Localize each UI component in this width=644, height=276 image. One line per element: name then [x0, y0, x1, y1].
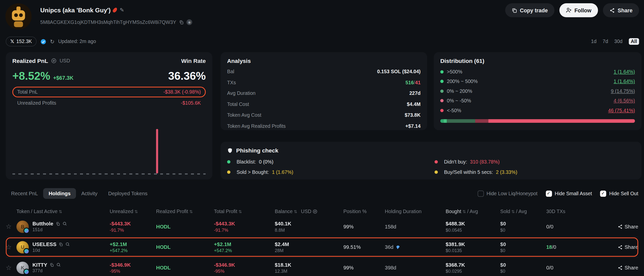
col-balance[interactable]: Balance⇅USD [275, 209, 343, 214]
twitter-followers-pill[interactable]: 𝕏 152.3K [6, 36, 36, 46]
share-row-button[interactable]: Share [618, 265, 638, 270]
holding-duration-cell: 36d [385, 244, 446, 250]
tab-deployed-tokens[interactable]: Deployed Tokens [103, 188, 153, 199]
bal-value: 0.153 SOL ($24.04) [377, 69, 421, 74]
sort-icon: ⇅ [189, 209, 193, 214]
checkbox-checked[interactable] [600, 190, 606, 196]
realized-pnl-percent: +8.52% [12, 70, 50, 83]
win-rate-value: 36.36% [168, 70, 206, 83]
distribution-title: Distribution (61) [440, 58, 635, 64]
tab-activity[interactable]: Activity [76, 188, 103, 199]
copy-token-icon[interactable] [50, 263, 54, 267]
filter-hide-sell-out[interactable]: Hide Sell Out [600, 190, 638, 196]
bal-label: Bal [227, 69, 234, 74]
follow-button[interactable]: Follow [559, 3, 598, 17]
realized-pnl-card: Realized PnL USD Win Rate +8.52% +$67.3K… [6, 52, 212, 179]
phishing-check-title: Phishing check [236, 147, 278, 153]
bucket-count-link[interactable]: 1 (1.64%) [614, 78, 635, 84]
edit-name-icon[interactable]: ✎ [120, 7, 124, 13]
filter-hide-small-asset[interactable]: Hide Small Asset [546, 190, 592, 196]
search-token-icon[interactable] [56, 262, 61, 267]
favorite-star-icon[interactable]: ☆ [6, 243, 16, 251]
didnt-buy-label: Didn't buy: [444, 159, 467, 165]
analysis-title: Analysis [227, 58, 421, 64]
checkbox-unchecked[interactable] [477, 190, 484, 196]
col-position[interactable]: Position % [343, 209, 385, 214]
bought-cell: $488.3K$0.0545 [446, 221, 500, 232]
share-profile-button[interactable]: Share [603, 3, 639, 17]
sort-icon: ⇅ [294, 209, 297, 214]
refresh-icon[interactable]: ↻ [50, 38, 55, 45]
realized-pnl-title: Realized PnL [12, 58, 48, 64]
col-holding-duration[interactable]: Holding Duration [385, 209, 446, 214]
bucket-dot [440, 99, 444, 102]
filter-hide-low-liq[interactable]: Hide Low Liq/Honeypot [477, 190, 537, 196]
bucket-count-link[interactable]: 1 (1.64%) [614, 69, 635, 75]
txs-30d-cell: 0/0 [546, 224, 597, 229]
total-profit-cell: -$443.3K-91.7% [214, 221, 275, 232]
status-dot [227, 160, 230, 164]
col-unrealized[interactable]: Unrealized⇅ [110, 209, 156, 214]
checkbox-checked[interactable] [546, 190, 552, 196]
distribution-bar [440, 119, 635, 123]
token-cell[interactable]: K KITTY 377d [16, 261, 110, 274]
share-row-button[interactable]: Share [618, 224, 638, 229]
txs-label: TXs [227, 80, 236, 85]
range-all[interactable]: All [629, 38, 639, 45]
col-token-last-active[interactable]: Token / Last Active⇅ [16, 209, 110, 214]
favorite-star-icon[interactable]: ☆ [6, 264, 16, 271]
realized-pnl-usd: +$67.3K [53, 75, 73, 81]
col-bought[interactable]: Bought⇅/ Avg [446, 209, 500, 214]
page-title: Unipcs (aka 'Bonk Guy') [40, 7, 111, 14]
range-30d[interactable]: 30d [614, 38, 623, 44]
subheader: 𝕏 152.3K ↻ Updated: 2m ago 1d 7d 30d All [6, 36, 639, 47]
wallet-address: 5M8ACGKEXG1ojKDTMH3sMqhTihTgHYMSsZc6W8i7… [40, 19, 176, 25]
sort-icon: ⇅ [59, 209, 62, 214]
blacklist-value: 0 (0%) [259, 159, 273, 165]
position-cell: 99% [343, 224, 385, 229]
copy-trade-icon [512, 8, 517, 13]
col-total-profit[interactable]: Total Profit⇅ [214, 209, 275, 214]
total-profit-cell: +$2.1M+547.2% [214, 241, 275, 253]
share-icon [618, 224, 623, 229]
bucket-label: 0% ~ 200% [447, 88, 472, 94]
total-cost-label: Total Cost [227, 101, 249, 107]
bucket-count-link[interactable]: 4 (6.56%) [614, 98, 635, 104]
bucket-count-link[interactable]: 46 (75.41%) [608, 107, 635, 113]
robot-avatar-image [5, 3, 31, 29]
copy-token-icon[interactable] [59, 242, 63, 246]
txs-buy-count: 516 [406, 80, 414, 85]
token-cell[interactable]: U USELESS 10d [16, 241, 110, 253]
search-token-icon[interactable] [62, 221, 67, 226]
currency-switch-icon[interactable] [51, 58, 57, 64]
copy-address-icon[interactable] [179, 20, 184, 24]
search-token-icon[interactable] [65, 242, 70, 247]
explorer-icon[interactable]: ◉ [186, 19, 192, 25]
tab-holdings[interactable]: Holdings [43, 188, 76, 199]
col-30d-txs[interactable]: 30D TXs [546, 209, 597, 214]
col-realized-profit[interactable]: Realized Profit⇅ [156, 209, 214, 214]
range-1d[interactable]: 1d [591, 38, 596, 44]
balance-cell: $18.1K12.3M [275, 262, 343, 273]
pepper-icon [112, 7, 118, 13]
share-row-button[interactable]: Share [618, 244, 638, 250]
favorite-star-icon[interactable]: ☆ [6, 223, 16, 230]
realized-profit-cell: HODL [156, 244, 214, 250]
token-cell[interactable]: B Butthole 151d [16, 220, 110, 233]
copy-token-icon[interactable] [56, 222, 60, 226]
bucket-dot [440, 90, 444, 93]
col-sold[interactable]: Sold⇅/ Avg [500, 209, 546, 214]
table-header-row: Token / Last Active⇅ Unrealized⇅ Realize… [6, 207, 638, 216]
follow-label: Follow [575, 7, 591, 13]
bucket-count-link[interactable]: 9 (14.75%) [611, 88, 635, 94]
holdings-toolbar: Recent PnL Holdings Activity Deployed To… [6, 188, 638, 199]
buysell-5s-label: Buy/Sell within 5 secs: [444, 169, 493, 175]
bucket-label: <-50% [447, 107, 461, 113]
total-cost-value: $4.4M [407, 101, 420, 107]
bucket-label: 0% ~ -50% [447, 98, 471, 104]
bucket-label: 200% ~ 500% [447, 78, 478, 84]
copy-trade-button[interactable]: Copy trade [505, 3, 554, 17]
range-7d[interactable]: 7d [603, 38, 608, 44]
currency-switch-icon[interactable] [313, 209, 318, 214]
tab-recent-pnl[interactable]: Recent PnL [6, 188, 43, 199]
